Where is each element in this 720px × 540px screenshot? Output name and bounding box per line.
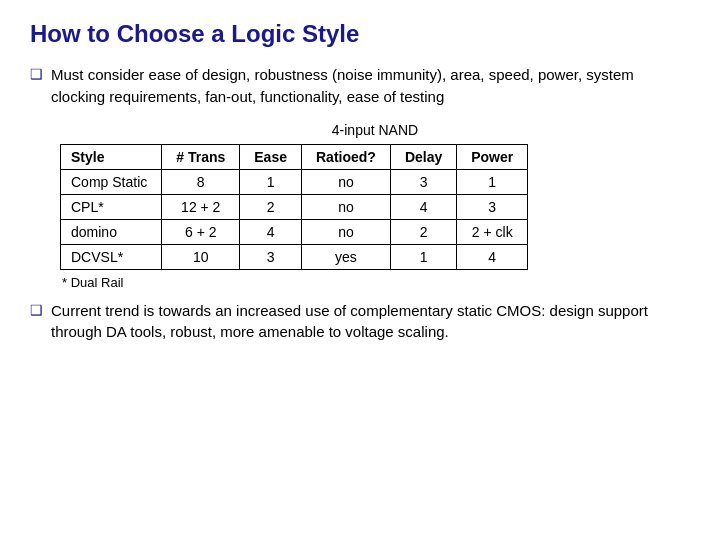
cell-ratioed-0: no (301, 169, 390, 194)
cell-delay-0: 3 (390, 169, 456, 194)
cell-power-0: 1 (457, 169, 528, 194)
bullet-text-1: Must consider ease of design, robustness… (51, 64, 690, 108)
table-header-row: Style # Trans Ease Ratioed? Delay Power (61, 144, 528, 169)
table-footnote: * Dual Rail (62, 275, 690, 290)
cell-style-1: CPL* (61, 194, 162, 219)
cell-power-1: 3 (457, 194, 528, 219)
table-caption: 4-input NAND (60, 122, 690, 138)
cell-ratioed-3: yes (301, 244, 390, 269)
cell-trans-0: 8 (162, 169, 240, 194)
cell-trans-1: 12 + 2 (162, 194, 240, 219)
cell-trans-2: 6 + 2 (162, 219, 240, 244)
logic-style-table: Style # Trans Ease Ratioed? Delay Power … (60, 144, 528, 270)
col-header-trans: # Trans (162, 144, 240, 169)
bullet-item-2: ❑ Current trend is towards an increased … (30, 300, 690, 344)
table-section: 4-input NAND Style # Trans Ease Ratioed?… (60, 122, 690, 290)
cell-trans-3: 10 (162, 244, 240, 269)
bullet-icon-1: ❑ (30, 66, 43, 82)
cell-ease-1: 2 (240, 194, 302, 219)
cell-style-3: DCVSL* (61, 244, 162, 269)
col-header-ease: Ease (240, 144, 302, 169)
table-row: DCVSL* 10 3 yes 1 4 (61, 244, 528, 269)
cell-style-2: domino (61, 219, 162, 244)
cell-delay-2: 2 (390, 219, 456, 244)
page-title: How to Choose a Logic Style (30, 20, 690, 48)
bullet-item-1: ❑ Must consider ease of design, robustne… (30, 64, 690, 108)
cell-delay-3: 1 (390, 244, 456, 269)
col-header-ratioed: Ratioed? (301, 144, 390, 169)
cell-style-0: Comp Static (61, 169, 162, 194)
col-header-power: Power (457, 144, 528, 169)
bullet-icon-2: ❑ (30, 302, 43, 318)
cell-power-3: 4 (457, 244, 528, 269)
col-header-style: Style (61, 144, 162, 169)
cell-power-2: 2 + clk (457, 219, 528, 244)
cell-delay-1: 4 (390, 194, 456, 219)
bullet-text-2: Current trend is towards an increased us… (51, 300, 690, 344)
col-header-delay: Delay (390, 144, 456, 169)
cell-ease-3: 3 (240, 244, 302, 269)
table-row: Comp Static 8 1 no 3 1 (61, 169, 528, 194)
cell-ratioed-2: no (301, 219, 390, 244)
page: How to Choose a Logic Style ❑ Must consi… (0, 0, 720, 540)
table-row: CPL* 12 + 2 2 no 4 3 (61, 194, 528, 219)
cell-ratioed-1: no (301, 194, 390, 219)
cell-ease-0: 1 (240, 169, 302, 194)
cell-ease-2: 4 (240, 219, 302, 244)
table-row: domino 6 + 2 4 no 2 2 + clk (61, 219, 528, 244)
